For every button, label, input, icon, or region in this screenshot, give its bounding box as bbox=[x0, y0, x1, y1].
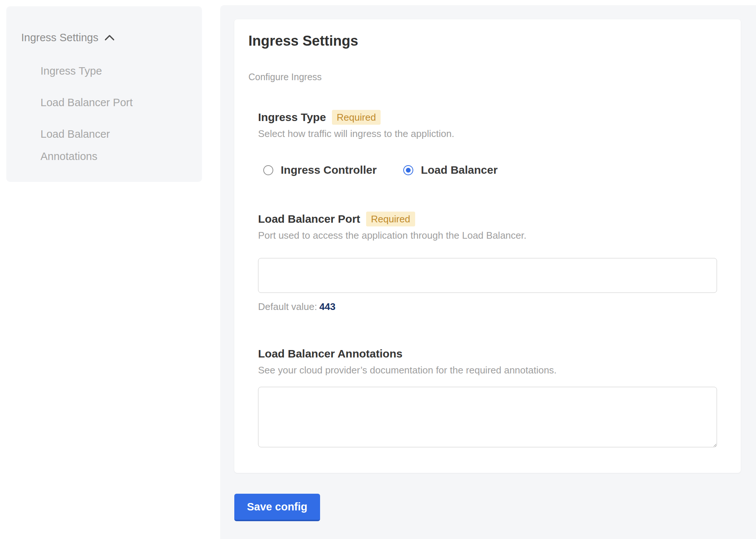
section-help-text: Port used to access the application thro… bbox=[258, 229, 717, 241]
card-title: Ingress Settings bbox=[248, 33, 717, 49]
required-badge: Required bbox=[366, 212, 415, 226]
section-heading: Load Balancer Annotations bbox=[258, 346, 717, 361]
section-heading: Ingress Type Required bbox=[258, 110, 717, 125]
sidebar-group-ingress-settings[interactable]: Ingress Settings bbox=[21, 30, 192, 45]
chevron-up-icon[interactable] bbox=[104, 34, 115, 41]
section-help-text: See your cloud provider’s documentation … bbox=[258, 364, 717, 376]
config-page: Ingress Settings Ingress Type Load Balan… bbox=[0, 0, 756, 539]
radio-option-label[interactable]: Ingress Controller bbox=[281, 164, 377, 176]
save-config-button[interactable]: Save config bbox=[234, 494, 320, 521]
config-sidebar: Ingress Settings Ingress Type Load Balan… bbox=[6, 6, 202, 182]
radio-dot bbox=[406, 168, 411, 173]
sidebar-item-load-balancer-annotations[interactable]: Load Balancer Annotations bbox=[40, 123, 163, 167]
section-help-text: Select how traffic will ingress to the a… bbox=[258, 128, 717, 140]
ingress-settings-card: Ingress Settings Configure Ingress Ingre… bbox=[234, 19, 741, 473]
radio-button-icon[interactable] bbox=[403, 165, 413, 175]
radio-option-label[interactable]: Load Balancer bbox=[421, 164, 498, 176]
default-value-line: Default value:443 bbox=[258, 301, 717, 313]
section-title: Load Balancer Port bbox=[258, 212, 360, 226]
default-value: 443 bbox=[319, 301, 335, 312]
radio-button-icon[interactable] bbox=[263, 165, 273, 175]
card-sections: Ingress Type Required Select how traffic… bbox=[258, 110, 717, 447]
sidebar-item-load-balancer-port[interactable]: Load Balancer Port bbox=[40, 91, 163, 114]
load-balancer-annotations-textarea[interactable] bbox=[258, 387, 717, 447]
section-title: Load Balancer Annotations bbox=[258, 346, 403, 361]
required-badge: Required bbox=[332, 110, 381, 125]
section-ingress-type: Ingress Type Required Select how traffic… bbox=[258, 110, 717, 180]
card-subtitle: Configure Ingress bbox=[248, 71, 717, 82]
sidebar-group-label: Ingress Settings bbox=[21, 30, 98, 45]
radio-option-load-balancer[interactable]: Load Balancer bbox=[403, 164, 498, 176]
sidebar-item-ingress-type[interactable]: Ingress Type bbox=[40, 60, 163, 82]
ingress-type-radio-group: Ingress Controller Load Balancer bbox=[263, 160, 717, 180]
section-heading: Load Balancer Port Required bbox=[258, 212, 717, 226]
load-balancer-port-input[interactable] bbox=[258, 258, 717, 293]
section-title: Ingress Type bbox=[258, 110, 326, 125]
radio-option-ingress-controller[interactable]: Ingress Controller bbox=[263, 164, 377, 176]
sidebar-item-list: Ingress Type Load Balancer Port Load Bal… bbox=[40, 60, 192, 167]
default-value-label: Default value: bbox=[258, 301, 317, 312]
section-load-balancer-port: Load Balancer Port Required Port used to… bbox=[258, 212, 717, 313]
config-main-panel: Ingress Settings Configure Ingress Ingre… bbox=[220, 5, 756, 539]
section-load-balancer-annotations: Load Balancer Annotations See your cloud… bbox=[258, 346, 717, 447]
